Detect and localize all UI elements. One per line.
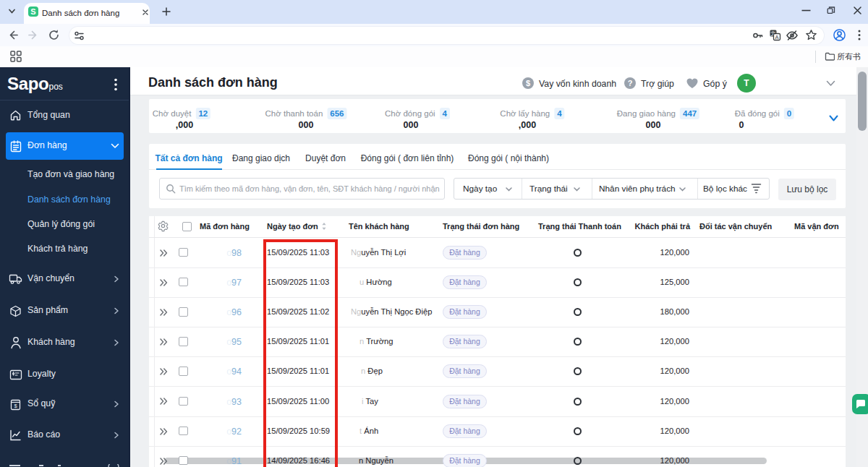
svg-text:$: $ [14,403,17,409]
svg-text:A: A [775,34,778,40]
